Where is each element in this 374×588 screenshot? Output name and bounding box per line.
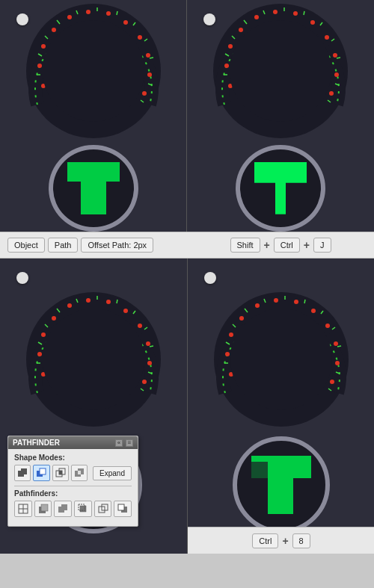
- svg-point-32: [273, 10, 278, 14]
- svg-point-106: [255, 303, 260, 308]
- svg-point-113: [330, 380, 334, 384]
- svg-point-107: [274, 298, 278, 303]
- svg-point-56: [52, 316, 56, 321]
- toolbar-left: Object Path Offset Path: 2px: [0, 238, 187, 253]
- pathfinder-collapse-btn[interactable]: «: [115, 439, 123, 447]
- pf-unite-btn[interactable]: [14, 465, 31, 481]
- svg-point-12: [142, 91, 147, 96]
- svg-point-77: [43, 309, 144, 410]
- svg-point-105: [239, 316, 244, 321]
- pf-crop-btn[interactable]: [74, 501, 92, 517]
- pf-minus-front-btn[interactable]: [33, 465, 49, 481]
- svg-point-58: [86, 298, 91, 303]
- svg-point-112: [335, 361, 340, 365]
- pf-outline-btn[interactable]: [94, 501, 112, 517]
- svg-line-19: [117, 11, 117, 15]
- svg-rect-79: [21, 468, 27, 474]
- svg-point-7: [106, 11, 111, 16]
- svg-point-8: [123, 20, 128, 25]
- svg-point-103: [225, 352, 230, 356]
- svg-rect-94: [61, 504, 67, 510]
- top-left-panel: [0, 0, 187, 232]
- top-right-panel: [187, 0, 374, 232]
- bottom-left-panel: PATHFINDER « ≡ Shape Modes:: [0, 259, 187, 554]
- bottom-row: PATHFINDER « ≡ Shape Modes:: [0, 259, 374, 554]
- offset-path-button[interactable]: Offset Path: 2px: [81, 238, 153, 253]
- pathfinder-expand-btn[interactable]: ≡: [126, 439, 133, 447]
- t-shape-tr: [254, 162, 307, 214]
- svg-point-35: [325, 35, 329, 40]
- pf-divide-btn[interactable]: [14, 501, 32, 517]
- j-button[interactable]: J: [313, 238, 331, 253]
- shape-tr: [236, 145, 325, 232]
- toolbar-bottom-right: Ctrl + 8: [188, 527, 374, 554]
- svg-point-111: [334, 341, 338, 346]
- gauge-br: [210, 288, 352, 430]
- svg-rect-87: [78, 471, 81, 474]
- svg-point-5: [67, 15, 72, 19]
- shape-tl: [49, 145, 138, 232]
- svg-point-38: [329, 91, 334, 96]
- toolbar-top: Object Path Offset Path: 2px Shift + Ctr…: [0, 232, 374, 259]
- svg-point-59: [106, 300, 111, 304]
- path-button[interactable]: Path: [48, 238, 79, 253]
- svg-point-28: [224, 64, 229, 68]
- svg-point-109: [311, 309, 316, 313]
- svg-point-29: [228, 44, 233, 49]
- svg-point-25: [43, 20, 144, 122]
- svg-point-11: [147, 72, 152, 77]
- shift-button[interactable]: Shift: [230, 238, 260, 253]
- pathfinder-buttons-row: [14, 501, 132, 517]
- pf-exclude-btn[interactable]: [71, 465, 88, 481]
- svg-line-45: [304, 11, 304, 15]
- pf-minus-back-btn[interactable]: [114, 501, 132, 517]
- ctrl-button-1[interactable]: Ctrl: [274, 238, 300, 253]
- svg-line-71: [117, 300, 117, 303]
- plus-1: +: [263, 239, 271, 251]
- ctrl-button-2[interactable]: Ctrl: [252, 533, 278, 548]
- pf-merge-btn[interactable]: [54, 501, 72, 517]
- svg-point-62: [146, 341, 150, 346]
- svg-point-63: [147, 361, 152, 365]
- pf-trim-btn[interactable]: [34, 501, 52, 517]
- svg-line-120: [304, 300, 305, 303]
- svg-rect-92: [41, 504, 48, 511]
- svg-point-2: [37, 64, 42, 68]
- gauge-tl: [22, 0, 165, 137]
- pathfinder-panel: PATHFINDER « ≡ Shape Modes:: [7, 436, 138, 527]
- svg-point-33: [293, 11, 298, 16]
- pathfinder-body: Shape Modes:: [8, 449, 138, 526]
- gauge-tr: [209, 0, 352, 137]
- pathfinder-title: PATHFINDER: [13, 439, 60, 447]
- bottom-right-panel: Ctrl + 8: [187, 259, 374, 554]
- svg-point-10: [146, 53, 150, 58]
- svg-point-126: [230, 309, 332, 410]
- svg-point-30: [239, 28, 243, 32]
- pf-expand-btn[interactable]: Expand: [93, 466, 132, 480]
- shape-br: [233, 436, 330, 533]
- svg-point-110: [325, 324, 330, 328]
- pf-intersect-btn[interactable]: [52, 465, 69, 481]
- svg-line-48: [337, 58, 340, 58]
- svg-line-22: [150, 58, 153, 58]
- dot-br: [204, 272, 216, 284]
- svg-rect-84: [59, 471, 62, 474]
- svg-rect-95: [80, 506, 86, 512]
- svg-rect-100: [118, 504, 124, 510]
- svg-line-74: [150, 346, 153, 347]
- svg-point-4: [52, 28, 56, 32]
- svg-point-108: [294, 300, 298, 304]
- svg-rect-81: [40, 468, 46, 474]
- svg-point-37: [334, 72, 339, 77]
- t-shape-tl: [67, 162, 120, 214]
- gauge-bl: [22, 288, 165, 430]
- eight-button[interactable]: 8: [292, 533, 310, 548]
- svg-point-6: [86, 10, 91, 14]
- svg-point-36: [333, 53, 337, 58]
- svg-point-34: [310, 20, 315, 25]
- plus-2: +: [303, 239, 310, 251]
- dot-bl: [16, 272, 28, 284]
- object-button[interactable]: Object: [7, 238, 45, 253]
- svg-point-60: [123, 309, 128, 313]
- pathfinder-titlebar: PATHFINDER « ≡: [8, 436, 138, 449]
